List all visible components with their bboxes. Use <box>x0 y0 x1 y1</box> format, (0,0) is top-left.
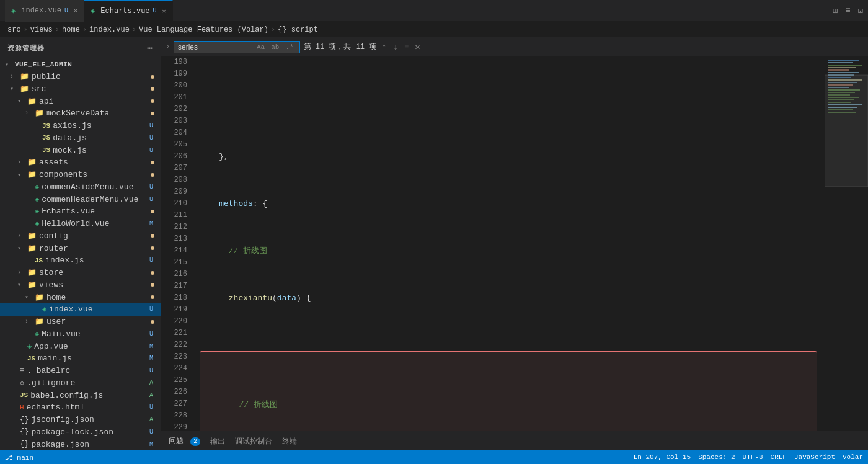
sidebar-item-src[interactable]: ▾ 📁 src <box>0 83 161 96</box>
tab-debug-console[interactable]: 调试控制台 <box>235 432 272 450</box>
expand-icon: › <box>17 233 27 239</box>
sidebar-item-commenHeader[interactable]: ◈ commenHeaderMenu.vue U <box>0 193 161 205</box>
layout-icon[interactable]: ≡ <box>845 6 850 16</box>
sidebar-item-router-index[interactable]: JS index.js U <box>0 254 161 267</box>
sidebar-item-axios[interactable]: JS axios.js U <box>0 120 161 132</box>
sidebar-item-jsconfig[interactable]: {} jsconfig.json A <box>0 414 161 426</box>
sidebar-item-babelrc[interactable]: ≡ . babelrc U <box>0 365 161 377</box>
item-label: user <box>46 317 151 326</box>
sidebar-item-main-js[interactable]: JS main.js M <box>0 352 161 365</box>
tab-terminal[interactable]: 终端 <box>282 432 297 450</box>
svg-rect-23 <box>825 75 868 187</box>
regex-button[interactable]: .* <box>283 43 295 51</box>
sidebar-root[interactable]: ▾ VUE_ELE_ADMIN <box>0 58 161 71</box>
volar-status[interactable]: Volar <box>843 453 863 461</box>
sidebar-item-home[interactable]: ▾ 📁 home <box>0 291 161 303</box>
panel-icon[interactable]: ⊡ <box>858 6 863 16</box>
sidebar-item-mock[interactable]: JS mock.js U <box>0 144 161 156</box>
code-content[interactable]: }, methods: { // 折线图 zhexiantu(data) { /… <box>192 56 825 431</box>
next-match-button[interactable]: ↓ <box>392 41 399 53</box>
search-close-button[interactable]: ✕ <box>414 40 421 53</box>
html-icon: H <box>20 404 24 411</box>
tab-label: index.vue <box>21 6 61 15</box>
svg-rect-3 <box>828 65 862 66</box>
vue-icon: ◈ <box>35 207 39 216</box>
search-input[interactable] <box>178 43 252 51</box>
search-more-button[interactable]: ≡ <box>403 42 410 53</box>
item-label: api <box>39 97 151 106</box>
badge: U <box>147 147 156 154</box>
vue-icon: ◈ <box>35 329 39 339</box>
badge: M <box>147 441 156 448</box>
item-label: router <box>39 244 151 253</box>
sidebar-item-package-lock[interactable]: {} package-lock.json U <box>0 426 161 439</box>
tab-index-vue[interactable]: ◈ index.vue U ✕ <box>5 0 84 22</box>
js-icon: JS <box>42 134 50 141</box>
tab-close-icon[interactable]: ✕ <box>74 7 78 14</box>
sidebar-item-router[interactable]: ▾ 📁 router <box>0 242 161 254</box>
git-icon: ◇ <box>20 378 24 388</box>
folder-icon: 📁 <box>27 231 37 241</box>
breadcrumb-item-home[interactable]: home <box>62 25 80 34</box>
badge: M <box>147 220 156 227</box>
prev-match-button[interactable]: ↑ <box>380 41 388 53</box>
breadcrumb-item-views[interactable]: views <box>30 25 53 34</box>
item-label: .gitignore <box>27 378 147 388</box>
folder-icon: 📁 <box>35 109 44 118</box>
dot-indicator <box>151 283 154 287</box>
new-file-icon[interactable]: ⋯ <box>148 43 153 53</box>
sidebar-item-babel-config[interactable]: JS babel.config.js A <box>0 389 161 401</box>
sidebar-item-public[interactable]: › 📁 public <box>0 71 161 83</box>
tab-echarts-vue[interactable]: ◈ Echarts.vue U ✕ <box>84 0 173 22</box>
sidebar-item-mockServeData[interactable]: › 📁 mockServeData <box>0 107 161 120</box>
spaces-indicator[interactable]: Spaces: 2 <box>698 453 735 461</box>
breadcrumb-item-file[interactable]: index.vue <box>89 25 130 34</box>
sidebar-item-user[interactable]: › 📁 user <box>0 316 161 328</box>
item-label: views <box>39 280 151 290</box>
expand-icon: › <box>25 110 35 117</box>
sidebar-item-main-vue[interactable]: ◈ Main.vue U <box>0 328 161 341</box>
expand-icon: ▾ <box>25 293 35 301</box>
dot-indicator <box>151 295 154 299</box>
sidebar-item-api[interactable]: ▾ 📁 api <box>0 95 161 107</box>
tab-output[interactable]: 输出 <box>210 432 225 450</box>
language-mode[interactable]: JavaScript <box>794 453 835 461</box>
sidebar-item-helloworld[interactable]: ◈ HelloWorld.vue M <box>0 218 161 230</box>
item-label: commenHeaderMenu.vue <box>42 195 147 204</box>
badge: U <box>147 184 156 190</box>
item-label: Main.vue <box>42 329 147 339</box>
json-icon: {} <box>20 440 29 448</box>
case-sensitive-button[interactable]: Aa <box>255 43 267 51</box>
badge: U <box>147 429 156 435</box>
svg-rect-4 <box>828 67 856 68</box>
status-bar-right: Ln 207, Col 15 Spaces: 2 UTF-8 CRLF Java… <box>634 453 863 461</box>
split-editor-icon[interactable]: ⊞ <box>833 6 838 16</box>
sidebar-item-package[interactable]: {} package.json M <box>0 438 161 450</box>
folder-icon: 📁 <box>27 280 37 290</box>
tab-problems[interactable]: 问题 2 <box>169 432 200 450</box>
sidebar-item-echarts-vue[interactable]: ◈ Echarts.vue <box>0 205 161 218</box>
cursor-position[interactable]: Ln 207, Col 15 <box>634 453 691 461</box>
sidebar-item-commenAside[interactable]: ◈ commenAsideMenu.vue U <box>0 181 161 194</box>
sidebar-item-views[interactable]: ▾ 📁 views <box>0 279 161 292</box>
sidebar-item-config[interactable]: › 📁 config <box>0 230 161 243</box>
line-ending[interactable]: CRLF <box>771 453 787 461</box>
sidebar-item-app-vue[interactable]: ◈ App.vue M <box>0 340 161 352</box>
sidebar-item-index-vue[interactable]: ◈ index.vue U <box>0 303 161 316</box>
sidebar-item-echarts-html[interactable]: H echarts.html U <box>0 401 161 414</box>
sidebar-item-components[interactable]: ▾ 📁 components <box>0 169 161 181</box>
encoding[interactable]: UTF-8 <box>743 453 763 461</box>
expand-icon: › <box>17 159 27 166</box>
search-collapse-icon[interactable]: › <box>166 43 170 50</box>
dot-indicator <box>151 161 154 164</box>
tab-close-icon[interactable]: ✕ <box>162 7 166 15</box>
breadcrumb-item-src[interactable]: src <box>7 25 21 34</box>
badge: U <box>147 404 156 411</box>
whole-word-button[interactable]: ab <box>269 43 281 51</box>
item-label: babel.config.js <box>30 391 147 400</box>
sidebar-item-assets[interactable]: › 📁 assets <box>0 156 161 169</box>
sidebar-item-gitignore[interactable]: ◇ .gitignore A <box>0 377 161 390</box>
status-branch[interactable]: ⎇ main <box>5 453 33 462</box>
sidebar-item-data[interactable]: JS data.js U <box>0 132 161 145</box>
sidebar-item-store[interactable]: › 📁 store <box>0 267 161 279</box>
